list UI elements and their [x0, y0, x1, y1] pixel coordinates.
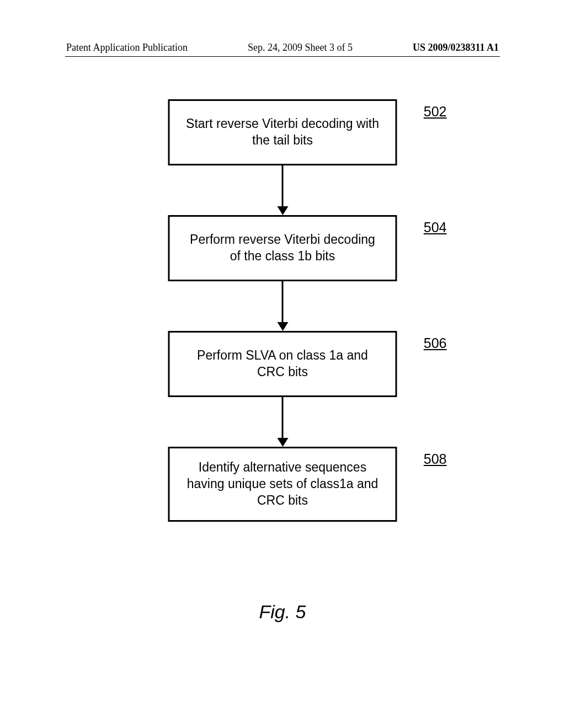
step-box: Perform reverse Viterbi decoding of the …	[168, 215, 397, 281]
step-reference: 502	[424, 104, 447, 120]
flowchart-step-502: Start reverse Viterbi decoding with the …	[168, 99, 397, 165]
flowchart-step-506: Perform SLVA on class 1a and CRC bits 50…	[168, 331, 397, 397]
page-header: Patent Application Publication Sep. 24, …	[0, 42, 565, 53]
step-box: Perform SLVA on class 1a and CRC bits	[168, 331, 397, 397]
step-box: Identify alternative sequences having un…	[168, 447, 397, 522]
header-patent-number: US 2009/0238311 A1	[413, 42, 499, 53]
step-text: Perform SLVA on class 1a and CRC bits	[185, 347, 380, 381]
step-reference: 506	[424, 335, 447, 351]
flowchart-step-508: Identify alternative sequences having un…	[168, 447, 397, 522]
arrow-icon	[277, 397, 288, 447]
header-publication: Patent Application Publication	[66, 42, 188, 53]
step-box: Start reverse Viterbi decoding with the …	[168, 99, 397, 165]
step-text: Start reverse Viterbi decoding with the …	[185, 116, 380, 149]
header-date-sheet: Sep. 24, 2009 Sheet 3 of 5	[248, 42, 353, 53]
flowchart: Start reverse Viterbi decoding with the …	[168, 99, 397, 522]
arrow-icon	[277, 281, 288, 331]
step-reference: 508	[424, 451, 447, 467]
step-reference: 504	[424, 220, 447, 235]
header-divider	[65, 56, 500, 57]
flowchart-step-504: Perform reverse Viterbi decoding of the …	[168, 215, 397, 281]
figure-caption: Fig. 5	[259, 601, 306, 623]
step-text: Identify alternative sequences having un…	[185, 459, 380, 509]
step-text: Perform reverse Viterbi decoding of the …	[185, 232, 380, 265]
arrow-icon	[277, 165, 288, 215]
